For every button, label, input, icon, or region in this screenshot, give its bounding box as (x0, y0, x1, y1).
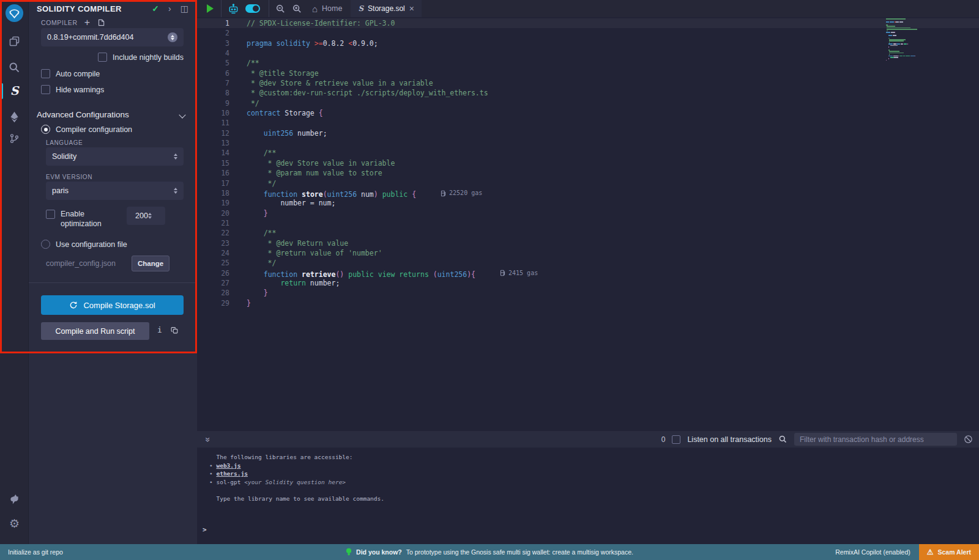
compile-button[interactable]: Compile Storage.sol (41, 295, 184, 315)
code-line[interactable]: 15 * @dev Store value in variable (197, 158, 979, 168)
code-line[interactable]: 9 */ (197, 98, 979, 108)
scam-alert-button[interactable]: ⚠ Scam Alert (919, 544, 979, 560)
line-number[interactable]: 27 (197, 278, 229, 288)
zoom-in-icon[interactable] (292, 4, 302, 14)
remix-logo[interactable] (0, 4, 29, 23)
code-line[interactable]: 4 (197, 48, 979, 58)
use-config-file-radio[interactable] (41, 240, 50, 249)
line-number[interactable]: 24 (197, 248, 229, 258)
terminal-link[interactable]: ethers.js (216, 470, 247, 477)
line-number[interactable]: 2 (197, 28, 229, 38)
version-updown-icon[interactable] (168, 32, 177, 42)
copy-icon[interactable] (171, 326, 179, 334)
chevron-right-icon[interactable]: › (168, 4, 171, 13)
line-number[interactable]: 11 (197, 118, 229, 128)
line-number[interactable]: 1 (197, 18, 229, 28)
code-line[interactable]: 5/** (197, 58, 979, 68)
line-number[interactable]: 15 (197, 158, 229, 168)
home-tab[interactable]: ⌂ Home (312, 4, 342, 14)
terminal[interactable]: The following libraries are accessible:•… (197, 448, 979, 544)
git-init-status[interactable]: Initialize as git repo (8, 548, 63, 556)
clear-terminal-icon[interactable] (964, 435, 973, 444)
code-line[interactable]: 10contract Storage { (197, 108, 979, 118)
line-number[interactable]: 6 (197, 68, 229, 78)
line-number[interactable]: 13 (197, 138, 229, 148)
optimization-runs-input[interactable]: 200 (127, 207, 165, 225)
line-number[interactable]: 28 (197, 288, 229, 298)
hide-warnings-checkbox[interactable] (41, 85, 50, 94)
enable-optimization-checkbox[interactable] (46, 210, 55, 219)
line-number[interactable]: 12 (197, 128, 229, 138)
code-line[interactable]: 11 (197, 118, 979, 128)
code-editor[interactable]: 1// SPDX-License-Identifier: GPL-3.023pr… (197, 17, 979, 431)
line-number[interactable]: 19 (197, 198, 229, 208)
line-number[interactable]: 20 (197, 208, 229, 218)
settings-gear-icon[interactable]: ⚙ (0, 517, 29, 531)
code-line[interactable]: 20 } (197, 208, 979, 218)
run-script-play-button[interactable] (207, 4, 214, 13)
line-number[interactable]: 3 (197, 39, 229, 48)
code-line[interactable]: 18 function store(uint256 num) public {2… (197, 188, 979, 198)
compiler-version-select[interactable]: 0.8.19+commit.7dd6d404 (41, 28, 184, 46)
line-number[interactable]: 8 (197, 88, 229, 98)
code-line[interactable]: 17 */ (197, 179, 979, 188)
editor-minimap[interactable] (886, 18, 945, 61)
deploy-run-icon[interactable] (0, 111, 29, 123)
listen-transactions-checkbox[interactable] (672, 435, 680, 444)
copilot-toggle[interactable] (245, 4, 260, 13)
line-number[interactable]: 21 (197, 218, 229, 228)
code-line[interactable]: 3pragma solidity >=0.8.2 <0.9.0; (197, 39, 979, 48)
search-icon[interactable] (0, 61, 29, 74)
line-number[interactable]: 4 (197, 48, 229, 58)
terminal-prompt[interactable]: > (203, 526, 207, 534)
code-line[interactable]: 1// SPDX-License-Identifier: GPL-3.0 (197, 18, 979, 28)
terminal-link[interactable]: web3.js (216, 462, 240, 469)
add-compiler-icon[interactable]: + (84, 20, 90, 26)
code-line[interactable]: 8 * @custom:dev-run-script ./scripts/dep… (197, 88, 979, 98)
runs-updown-icon[interactable] (148, 213, 152, 219)
transaction-filter-input[interactable] (794, 433, 957, 446)
code-line[interactable]: 25 */ (197, 258, 979, 268)
code-line[interactable]: 24 * @return value of 'number' (197, 248, 979, 258)
code-line[interactable]: 16 * @param num value to store (197, 168, 979, 178)
code-line[interactable]: 21 (197, 218, 979, 228)
import-compiler-icon[interactable] (97, 18, 105, 27)
line-number[interactable]: 22 (197, 228, 229, 238)
code-line[interactable]: 29} (197, 298, 979, 308)
code-line[interactable]: 13 (197, 138, 979, 148)
line-number[interactable]: 18 (197, 188, 229, 198)
line-number[interactable]: 10 (197, 108, 229, 118)
auto-compile-checkbox[interactable] (41, 69, 50, 78)
change-config-button[interactable]: Change (132, 256, 169, 271)
tab-close-icon[interactable]: × (409, 4, 414, 13)
compiler-configuration-radio[interactable] (41, 125, 50, 134)
file-explorer-icon[interactable] (0, 35, 29, 48)
code-line[interactable]: 27 return number; (197, 278, 979, 288)
code-line[interactable]: 2 (197, 28, 979, 38)
ai-copilot-robot-icon[interactable] (228, 4, 239, 14)
split-view-icon[interactable]: ◫ (181, 4, 188, 13)
code-line[interactable]: 22 /** (197, 228, 979, 238)
tab-storage-sol[interactable]: S Storage.sol × (351, 0, 422, 17)
code-line[interactable]: 23 * @dev Return value (197, 238, 979, 248)
code-line[interactable]: 6 * @title Storage (197, 68, 979, 78)
line-number[interactable]: 23 (197, 238, 229, 248)
code-line[interactable]: 12 uint256 number; (197, 128, 979, 138)
line-number[interactable]: 7 (197, 78, 229, 88)
compile-and-run-button[interactable]: Compile and Run script (41, 322, 149, 340)
include-nightly-checkbox[interactable] (98, 53, 107, 62)
code-line[interactable]: 14 /** (197, 148, 979, 158)
line-number[interactable]: 26 (197, 268, 229, 278)
line-number[interactable]: 17 (197, 179, 229, 188)
line-number[interactable]: 29 (197, 298, 229, 308)
expand-terminal-icon[interactable]: « (202, 437, 212, 442)
line-number[interactable]: 14 (197, 148, 229, 158)
code-line[interactable]: 19 number = num; (197, 198, 979, 208)
code-line[interactable]: 28 } (197, 288, 979, 298)
line-number[interactable]: 9 (197, 98, 229, 108)
git-icon[interactable] (0, 133, 29, 144)
code-line[interactable]: 7 * @dev Store & retrieve value in a var… (197, 78, 979, 88)
line-number[interactable]: 25 (197, 258, 229, 268)
advanced-configurations-header[interactable]: Advanced Configurations (37, 110, 188, 119)
info-icon[interactable]: i (157, 325, 162, 334)
